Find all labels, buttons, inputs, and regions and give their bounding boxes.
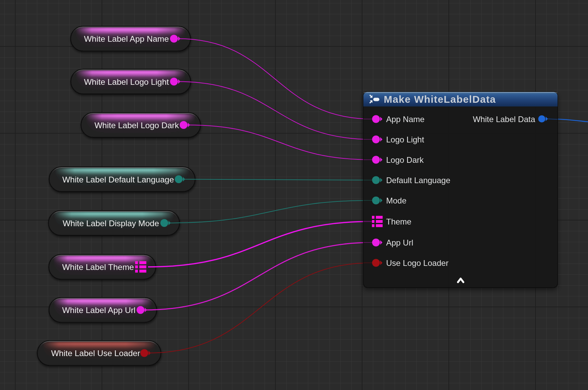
svg-text:White Label Logo Dark: White Label Logo Dark — [94, 121, 179, 130]
svg-text:Logo Light: Logo Light — [386, 135, 424, 144]
svg-text:App Url: App Url — [386, 238, 413, 247]
svg-text:White Label App Url: White Label App Url — [62, 306, 136, 315]
svg-text:White Label Use Loader: White Label Use Loader — [51, 349, 140, 358]
svg-text:White Label Logo Light: White Label Logo Light — [84, 77, 169, 86]
svg-text:White Label Theme: White Label Theme — [62, 262, 134, 272]
svg-text:Mode: Mode — [386, 196, 406, 205]
svg-text:Default Language: Default Language — [386, 176, 450, 185]
svg-text:White Label Default Language: White Label Default Language — [62, 175, 174, 184]
svg-text:App Name: App Name — [386, 115, 424, 124]
svg-text:Use Logo Loader: Use Logo Loader — [386, 258, 448, 268]
svg-text:Logo Dark: Logo Dark — [386, 155, 424, 164]
svg-text:Theme: Theme — [386, 217, 412, 226]
svg-text:White Label Display Mode: White Label Display Mode — [63, 219, 159, 228]
svg-text:Make WhiteLabelData: Make WhiteLabelData — [384, 94, 496, 105]
svg-text:White Label App Name: White Label App Name — [84, 34, 169, 43]
svg-text:White Label Data: White Label Data — [473, 115, 536, 124]
